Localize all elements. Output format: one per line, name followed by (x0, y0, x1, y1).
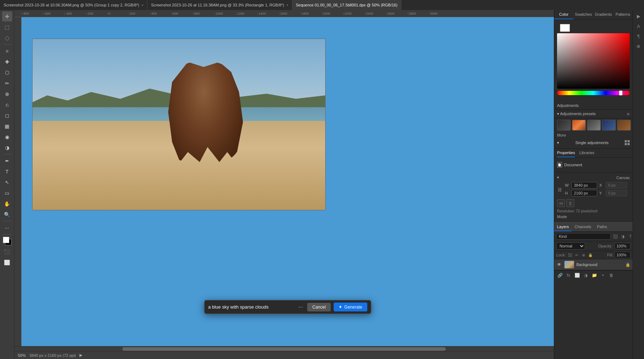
more-tools[interactable]: ··· (2, 223, 12, 233)
screen-mode[interactable]: ⬜ (2, 257, 12, 267)
preset-3[interactable] (587, 120, 601, 131)
ruler-mark: 2000 (322, 12, 343, 15)
cancel-button[interactable]: Cancel (307, 303, 331, 311)
foreground-color-box[interactable] (560, 24, 570, 32)
text-icon[interactable]: A (634, 21, 643, 31)
tab-gradients[interactable]: Gradients (594, 10, 614, 19)
tab-2-close[interactable]: × (286, 3, 288, 7)
tab-1[interactable]: Screenshot 2023-10-26 at 10.06.30AM.png … (0, 0, 147, 10)
select-tool[interactable]: ⬚ (2, 22, 12, 32)
canvas-portrait-btn[interactable]: ▭ (557, 199, 565, 207)
tab-1-close[interactable]: × (141, 3, 143, 7)
tab-paths[interactable]: Paths (594, 223, 610, 231)
generate-input[interactable] (208, 304, 294, 310)
layers-mask-btn[interactable]: ⬜ (574, 272, 581, 279)
lock-position-icon[interactable]: ✏ (574, 252, 580, 258)
canvas-container[interactable]: .marching-ants { fill: none; stroke: #ff… (21, 17, 554, 346)
color-gradient[interactable] (557, 33, 630, 89)
x-input[interactable] (606, 182, 627, 188)
color-swatches[interactable] (2, 236, 12, 246)
quick-mask[interactable]: ⬛ (2, 247, 12, 257)
move-tool[interactable]: ✛ (2, 11, 12, 21)
history-brush-tool[interactable]: ⎌ (2, 100, 12, 110)
clone-tool[interactable]: ⊕ (2, 89, 12, 99)
blur-tool[interactable]: ◉ (2, 132, 12, 142)
properties-section: 📄 Document (554, 158, 633, 172)
lasso-tool[interactable]: ◌ (2, 33, 12, 43)
path-select-tool[interactable]: ↖ (2, 177, 12, 187)
adjustments-presets-header[interactable]: ▾ Adjustments presets ⊞ (554, 110, 633, 118)
generate-icon: ✦ (338, 304, 342, 310)
preset-4[interactable] (602, 120, 616, 131)
dodge-tool[interactable]: ◑ (2, 143, 12, 153)
pen-tool[interactable]: ✒ (2, 156, 12, 166)
horizontal-scrollbar[interactable] (14, 346, 554, 351)
tab-3-label: Sequence 01.00_00_06_17.Still001.dpx @ 5… (296, 3, 397, 7)
zoom-tool[interactable]: 🔍 (2, 210, 12, 220)
height-input[interactable] (571, 190, 597, 196)
ruler-horizontal: -800 -600 -400 -200 0 200 400 600 800 10… (14, 10, 554, 17)
width-input[interactable] (571, 182, 597, 188)
arrange-icon[interactable]: ▶ (634, 11, 643, 21)
eyedropper-tool[interactable]: ✚ (2, 57, 12, 67)
layers-adj-btn[interactable]: ◑ (582, 272, 589, 279)
tab-swatches[interactable]: Swatches (574, 10, 594, 19)
erase-tool[interactable]: ◻ (2, 110, 12, 121)
lock-artboard-icon[interactable]: ⊕ (581, 252, 586, 258)
layers-new-btn[interactable]: + (599, 272, 606, 279)
generate-options-btn[interactable]: ··· (297, 304, 304, 310)
tab-channels[interactable]: Channels (572, 223, 594, 231)
preset-5[interactable] (617, 120, 631, 131)
canvas-landscape-btn[interactable]: ▯ (566, 199, 574, 207)
generate-button[interactable]: ✦ Generate (333, 303, 367, 311)
brush-tool[interactable]: ✏ (2, 78, 12, 88)
layer-name-background: Background (576, 262, 623, 267)
single-adj-grid-icon[interactable] (625, 140, 630, 145)
layer-thumbnail (564, 261, 574, 269)
presets-grid-icon[interactable]: ⊞ (627, 112, 630, 116)
adjustments-header[interactable]: Adjustments (554, 102, 633, 110)
layers-filter-pixel-icon[interactable]: ⬛ (612, 233, 619, 240)
layers-delete-btn[interactable]: 🗑 (608, 272, 615, 279)
tab-2[interactable]: Screenshot 2023-10-26 at 11.16.38AM.png … (147, 0, 292, 10)
hue-slider-thumb[interactable] (619, 90, 623, 95)
spot-heal-tool[interactable]: ⬡ (2, 68, 12, 78)
layer-visibility-toggle[interactable]: 👁 (556, 262, 562, 267)
layers-filter-text-icon[interactable]: T (627, 233, 633, 240)
layers-search-input[interactable] (556, 233, 611, 240)
hue-slider[interactable] (557, 91, 630, 95)
more-presets-button[interactable]: More (554, 132, 633, 138)
opacity-input[interactable] (615, 243, 630, 249)
tab-libraries[interactable]: Libraries (579, 149, 594, 157)
blend-mode-select[interactable]: Normal Multiply Screen Overlay (556, 242, 585, 250)
paragraph-icon[interactable]: ¶ (634, 31, 643, 41)
layers-group-btn[interactable]: 📁 (591, 272, 598, 279)
layers-fx-btn[interactable]: fx (565, 272, 572, 279)
link-icon[interactable]: ⛓ (557, 187, 563, 192)
layers-link-btn[interactable]: 🔗 (556, 272, 564, 279)
lock-pixels-icon[interactable]: ⬛ (567, 252, 573, 258)
y-input[interactable] (606, 190, 627, 196)
tab-3[interactable]: Sequence 01.00_00_06_17.Still001.dpx @ 5… (292, 0, 401, 10)
tab-layers[interactable]: Layers (554, 223, 572, 231)
crop-tool[interactable]: ⌗ (2, 46, 12, 56)
color-panel-tabs: Color Swatches Gradients Patterns (554, 10, 633, 20)
status-arrow[interactable]: ▶ (79, 353, 82, 358)
preset-2[interactable] (572, 120, 586, 131)
fill-input[interactable] (615, 252, 630, 258)
layer-item-background[interactable]: 👁 Background 🔒 (554, 259, 633, 270)
canvas-properties: ▾ Canvas ⛓ W X H Y (554, 172, 633, 222)
lock-all-icon[interactable]: 🔒 (587, 252, 593, 258)
hand-tool[interactable]: ✋ (2, 199, 12, 209)
gradient-tool[interactable]: ▦ (2, 121, 12, 131)
layers-filter-adj-icon[interactable]: ◑ (620, 233, 626, 240)
tool-separator-2 (3, 154, 11, 154)
tab-properties[interactable]: Properties (557, 149, 575, 157)
preset-1[interactable] (557, 120, 571, 131)
shape-tool[interactable]: ▭ (2, 188, 12, 198)
tab-color[interactable]: Color (554, 10, 574, 19)
text-tool[interactable]: T (2, 167, 12, 177)
properties-icon[interactable]: ⊕ (634, 41, 643, 51)
scrollbar-thumb[interactable] (122, 347, 446, 351)
tab-patterns[interactable]: Patterns (613, 10, 633, 19)
